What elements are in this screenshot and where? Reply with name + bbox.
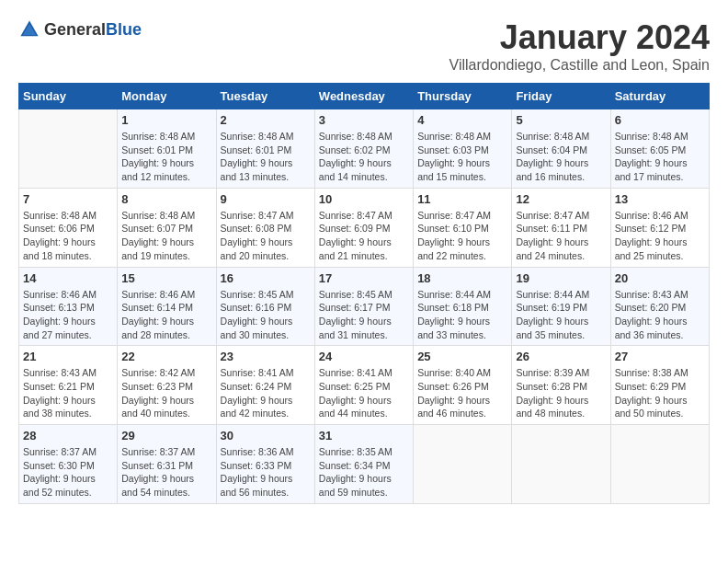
- day-cell-13: 13Sunrise: 8:46 AMSunset: 6:12 PMDayligh…: [610, 188, 709, 267]
- day-info: Sunrise: 8:48 AMSunset: 6:07 PMDaylight:…: [121, 209, 211, 263]
- day-info: Sunrise: 8:45 AMSunset: 6:16 PMDaylight:…: [221, 288, 311, 342]
- logo: GeneralBlue: [18, 18, 142, 40]
- day-info: Sunrise: 8:45 AMSunset: 6:17 PMDaylight:…: [319, 288, 409, 342]
- day-cell-15: 15Sunrise: 8:46 AMSunset: 6:14 PMDayligh…: [118, 267, 216, 346]
- day-number: 8: [121, 192, 211, 206]
- day-number: 2: [221, 113, 311, 127]
- logo-text-blue: Blue: [106, 20, 142, 39]
- day-info: Sunrise: 8:37 AMSunset: 6:31 PMDaylight:…: [121, 445, 211, 500]
- location-title: Villardondiego, Castille and Leon, Spain: [449, 57, 710, 74]
- day-cell-2: 2Sunrise: 8:48 AMSunset: 6:01 PMDaylight…: [216, 109, 314, 189]
- empty-cell: [414, 425, 512, 504]
- day-info: Sunrise: 8:48 AMSunset: 6:03 PMDaylight:…: [417, 130, 507, 184]
- day-info: Sunrise: 8:37 AMSunset: 6:30 PMDaylight:…: [23, 445, 113, 500]
- week-row-4: 21Sunrise: 8:43 AMSunset: 6:21 PMDayligh…: [19, 346, 710, 425]
- day-cell-28: 28Sunrise: 8:37 AMSunset: 6:30 PMDayligh…: [19, 425, 118, 504]
- day-cell-18: 18Sunrise: 8:44 AMSunset: 6:18 PMDayligh…: [414, 267, 512, 346]
- day-info: Sunrise: 8:39 AMSunset: 6:28 PMDaylight:…: [516, 366, 606, 420]
- day-number: 13: [615, 192, 705, 206]
- day-cell-4: 4Sunrise: 8:48 AMSunset: 6:03 PMDaylight…: [414, 109, 512, 189]
- day-cell-1: 1Sunrise: 8:48 AMSunset: 6:01 PMDaylight…: [118, 109, 216, 189]
- day-info: Sunrise: 8:48 AMSunset: 6:05 PMDaylight:…: [615, 130, 705, 184]
- day-number: 28: [23, 429, 113, 442]
- day-info: Sunrise: 8:48 AMSunset: 6:06 PMDaylight:…: [23, 209, 113, 263]
- day-number: 29: [121, 429, 211, 442]
- day-cell-12: 12Sunrise: 8:47 AMSunset: 6:11 PMDayligh…: [512, 188, 610, 267]
- day-number: 26: [516, 350, 606, 363]
- day-info: Sunrise: 8:41 AMSunset: 6:25 PMDaylight:…: [319, 366, 409, 420]
- empty-cell: [512, 425, 610, 504]
- day-cell-16: 16Sunrise: 8:45 AMSunset: 6:16 PMDayligh…: [216, 267, 314, 346]
- day-cell-29: 29Sunrise: 8:37 AMSunset: 6:31 PMDayligh…: [118, 425, 216, 504]
- day-info: Sunrise: 8:38 AMSunset: 6:29 PMDaylight:…: [615, 366, 705, 420]
- day-info: Sunrise: 8:48 AMSunset: 6:01 PMDaylight:…: [221, 130, 311, 184]
- day-info: Sunrise: 8:43 AMSunset: 6:20 PMDaylight:…: [615, 288, 705, 342]
- day-number: 16: [221, 271, 311, 285]
- day-cell-14: 14Sunrise: 8:46 AMSunset: 6:13 PMDayligh…: [19, 267, 118, 346]
- day-number: 30: [221, 429, 311, 442]
- day-info: Sunrise: 8:48 AMSunset: 6:01 PMDaylight:…: [121, 130, 211, 184]
- day-info: Sunrise: 8:43 AMSunset: 6:21 PMDaylight:…: [23, 366, 113, 420]
- day-info: Sunrise: 8:35 AMSunset: 6:34 PMDaylight:…: [319, 445, 409, 500]
- day-number: 22: [121, 350, 211, 363]
- day-number: 11: [417, 192, 507, 206]
- week-row-1: 1Sunrise: 8:48 AMSunset: 6:01 PMDaylight…: [19, 109, 710, 189]
- day-number: 12: [516, 192, 606, 206]
- day-number: 31: [319, 429, 409, 442]
- header: GeneralBlue January 2024 Villardondiego,…: [18, 18, 710, 74]
- day-number: 17: [319, 271, 409, 285]
- day-cell-26: 26Sunrise: 8:39 AMSunset: 6:28 PMDayligh…: [512, 346, 610, 425]
- empty-cell: [610, 425, 709, 504]
- day-info: Sunrise: 8:40 AMSunset: 6:26 PMDaylight:…: [417, 366, 507, 420]
- day-cell-3: 3Sunrise: 8:48 AMSunset: 6:02 PMDaylight…: [314, 109, 413, 189]
- day-info: Sunrise: 8:47 AMSunset: 6:09 PMDaylight:…: [319, 209, 409, 263]
- day-info: Sunrise: 8:41 AMSunset: 6:24 PMDaylight:…: [221, 366, 311, 420]
- week-row-2: 7Sunrise: 8:48 AMSunset: 6:06 PMDaylight…: [19, 188, 710, 267]
- day-number: 7: [23, 192, 113, 206]
- day-info: Sunrise: 8:42 AMSunset: 6:23 PMDaylight:…: [121, 366, 211, 420]
- day-cell-23: 23Sunrise: 8:41 AMSunset: 6:24 PMDayligh…: [216, 346, 314, 425]
- weekday-header-thursday: Thursday: [414, 84, 512, 109]
- day-info: Sunrise: 8:47 AMSunset: 6:08 PMDaylight:…: [221, 209, 311, 263]
- day-cell-25: 25Sunrise: 8:40 AMSunset: 6:26 PMDayligh…: [414, 346, 512, 425]
- day-cell-19: 19Sunrise: 8:44 AMSunset: 6:19 PMDayligh…: [512, 267, 610, 346]
- day-number: 15: [121, 271, 211, 285]
- day-info: Sunrise: 8:46 AMSunset: 6:13 PMDaylight:…: [23, 288, 113, 342]
- day-info: Sunrise: 8:36 AMSunset: 6:33 PMDaylight:…: [221, 445, 311, 500]
- weekday-header-friday: Friday: [512, 84, 610, 109]
- month-title: January 2024: [449, 18, 710, 57]
- empty-cell: [19, 109, 118, 189]
- weekday-header-monday: Monday: [118, 84, 216, 109]
- day-number: 25: [417, 350, 507, 363]
- day-cell-22: 22Sunrise: 8:42 AMSunset: 6:23 PMDayligh…: [118, 346, 216, 425]
- logo-icon: [18, 18, 40, 40]
- day-number: 3: [319, 113, 409, 127]
- day-number: 4: [417, 113, 507, 127]
- day-cell-8: 8Sunrise: 8:48 AMSunset: 6:07 PMDaylight…: [118, 188, 216, 267]
- day-info: Sunrise: 8:44 AMSunset: 6:19 PMDaylight:…: [516, 288, 606, 342]
- day-info: Sunrise: 8:48 AMSunset: 6:04 PMDaylight:…: [516, 130, 606, 184]
- day-number: 5: [516, 113, 606, 127]
- day-cell-9: 9Sunrise: 8:47 AMSunset: 6:08 PMDaylight…: [216, 188, 314, 267]
- week-row-3: 14Sunrise: 8:46 AMSunset: 6:13 PMDayligh…: [19, 267, 710, 346]
- day-number: 19: [516, 271, 606, 285]
- day-cell-21: 21Sunrise: 8:43 AMSunset: 6:21 PMDayligh…: [19, 346, 118, 425]
- day-cell-24: 24Sunrise: 8:41 AMSunset: 6:25 PMDayligh…: [314, 346, 413, 425]
- weekday-header-sunday: Sunday: [19, 84, 118, 109]
- day-number: 1: [121, 113, 211, 127]
- day-cell-5: 5Sunrise: 8:48 AMSunset: 6:04 PMDaylight…: [512, 109, 610, 189]
- calendar-table: SundayMondayTuesdayWednesdayThursdayFrid…: [18, 83, 710, 504]
- day-number: 10: [319, 192, 409, 206]
- day-cell-10: 10Sunrise: 8:47 AMSunset: 6:09 PMDayligh…: [314, 188, 413, 267]
- day-number: 6: [615, 113, 705, 127]
- day-cell-30: 30Sunrise: 8:36 AMSunset: 6:33 PMDayligh…: [216, 425, 314, 504]
- day-number: 18: [417, 271, 507, 285]
- day-cell-11: 11Sunrise: 8:47 AMSunset: 6:10 PMDayligh…: [414, 188, 512, 267]
- day-cell-17: 17Sunrise: 8:45 AMSunset: 6:17 PMDayligh…: [314, 267, 413, 346]
- day-number: 20: [615, 271, 705, 285]
- day-cell-7: 7Sunrise: 8:48 AMSunset: 6:06 PMDaylight…: [19, 188, 118, 267]
- day-cell-31: 31Sunrise: 8:35 AMSunset: 6:34 PMDayligh…: [314, 425, 413, 504]
- day-info: Sunrise: 8:48 AMSunset: 6:02 PMDaylight:…: [319, 130, 409, 184]
- title-area: January 2024 Villardondiego, Castille an…: [449, 18, 710, 74]
- day-number: 14: [23, 271, 113, 285]
